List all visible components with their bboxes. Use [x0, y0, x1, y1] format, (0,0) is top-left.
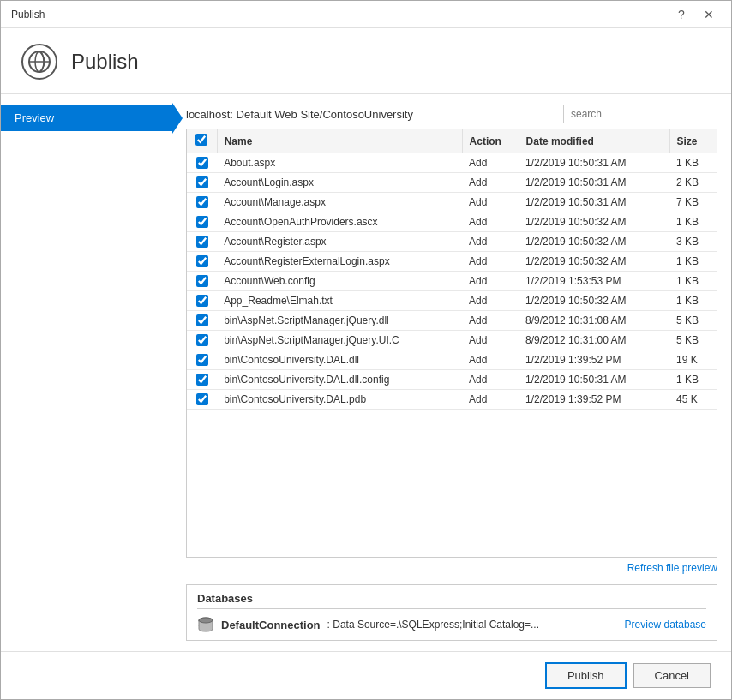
- table-row: Account\OpenAuthProviders.ascx Add 1/2/2…: [187, 212, 717, 232]
- row-size: 7 KB: [669, 193, 717, 212]
- row-checkbox-cell: [187, 331, 217, 350]
- publish-button[interactable]: Publish: [545, 662, 627, 689]
- sidebar: Preview: [1, 94, 172, 651]
- row-checkbox[interactable]: [196, 196, 208, 208]
- row-size: 3 KB: [669, 232, 717, 252]
- row-name: Account\OpenAuthProviders.ascx: [217, 212, 462, 232]
- row-checkbox[interactable]: [196, 354, 208, 366]
- row-action: Add: [462, 350, 519, 370]
- row-checkbox[interactable]: [196, 176, 208, 188]
- row-name: About.aspx: [217, 153, 462, 173]
- preview-database-link[interactable]: Preview database: [625, 619, 706, 631]
- table-row: App_Readme\Elmah.txt Add 1/2/2019 10:50:…: [187, 291, 717, 311]
- row-name: bin\ContosoUniversity.DAL.pdb: [217, 390, 462, 410]
- row-checkbox[interactable]: [196, 393, 208, 405]
- row-date: 1/2/2019 10:50:32 AM: [519, 252, 669, 272]
- row-checkbox-cell: [187, 232, 217, 252]
- row-name: bin\AspNet.ScriptManager.jQuery.UI.C: [217, 331, 462, 350]
- databases-section: Databases DefaultConnection : Data Sourc…: [186, 584, 717, 641]
- row-date: 1/2/2019 10:50:32 AM: [519, 291, 669, 311]
- title-bar: Publish ? ✕: [1, 1, 731, 28]
- row-size: 1 KB: [669, 252, 717, 272]
- main-content: localhost: Default Web Site/ContosoUnive…: [172, 94, 731, 651]
- row-name: App_Readme\Elmah.txt: [217, 291, 462, 311]
- row-name: bin\AspNet.ScriptManager.jQuery.dll: [217, 311, 462, 331]
- table-row: bin\AspNet.ScriptManager.jQuery.UI.C Add…: [187, 331, 717, 350]
- select-all-checkbox[interactable]: [195, 134, 207, 146]
- refresh-link-container: Refresh file preview: [186, 558, 717, 577]
- row-date: 1/2/2019 10:50:31 AM: [519, 193, 669, 212]
- databases-title: Databases: [197, 592, 706, 609]
- row-checkbox[interactable]: [196, 314, 208, 326]
- row-action: Add: [462, 331, 519, 350]
- row-name: Account\Login.aspx: [217, 173, 462, 193]
- dialog: Publish ? ✕ Publish Preview: [0, 0, 732, 700]
- row-checkbox[interactable]: [196, 236, 208, 248]
- sidebar-item-preview[interactable]: Preview: [1, 105, 172, 131]
- table-row: bin\ContosoUniversity.DAL.dll Add 1/2/20…: [187, 350, 717, 370]
- footer: Publish Cancel: [1, 651, 731, 699]
- close-button[interactable]: ✕: [697, 5, 721, 24]
- row-size: 1 KB: [669, 272, 717, 291]
- row-action: Add: [462, 153, 519, 173]
- row-checkbox[interactable]: [196, 275, 208, 287]
- col-action: Action: [462, 129, 519, 153]
- row-checkbox-cell: [187, 153, 217, 173]
- title-bar-buttons: ? ✕: [669, 5, 721, 24]
- table-row: About.aspx Add 1/2/2019 10:50:31 AM 1 KB: [187, 153, 717, 173]
- db-connection: : Data Source=.\SQLExpress;Initial Catal…: [327, 619, 539, 631]
- row-checkbox-cell: [187, 193, 217, 212]
- row-name: Account\Manage.aspx: [217, 193, 462, 212]
- table-row: Account\Login.aspx Add 1/2/2019 10:50:31…: [187, 173, 717, 193]
- search-input[interactable]: [563, 105, 717, 123]
- row-checkbox-cell: [187, 311, 217, 331]
- refresh-file-preview-link[interactable]: Refresh file preview: [627, 562, 717, 574]
- row-action: Add: [462, 193, 519, 212]
- file-header: localhost: Default Web Site/ContosoUnive…: [186, 105, 717, 123]
- row-action: Add: [462, 252, 519, 272]
- col-date: Date modified: [519, 129, 669, 153]
- file-section: localhost: Default Web Site/ContosoUnive…: [186, 105, 717, 577]
- svg-point-4: [199, 618, 213, 623]
- row-date: 8/9/2012 10:31:08 AM: [519, 311, 669, 331]
- row-size: 1 KB: [669, 153, 717, 173]
- row-checkbox[interactable]: [196, 157, 208, 169]
- row-checkbox[interactable]: [196, 255, 208, 267]
- row-size: 5 KB: [669, 311, 717, 331]
- cancel-button[interactable]: Cancel: [633, 663, 711, 688]
- help-button[interactable]: ?: [669, 5, 693, 24]
- row-checkbox-cell: [187, 350, 217, 370]
- page-title: Publish: [71, 50, 139, 74]
- row-name: Account\RegisterExternalLogin.aspx: [217, 252, 462, 272]
- table-row: Account\RegisterExternalLogin.aspx Add 1…: [187, 252, 717, 272]
- table-row: Account\Web.config Add 1/2/2019 1:53:53 …: [187, 272, 717, 291]
- db-name: DefaultConnection: [221, 619, 321, 631]
- publish-icon: [21, 44, 57, 80]
- file-table-body: About.aspx Add 1/2/2019 10:50:31 AM 1 KB…: [187, 153, 717, 410]
- row-checkbox-cell: [187, 272, 217, 291]
- row-name: bin\ContosoUniversity.DAL.dll: [217, 350, 462, 370]
- row-action: Add: [462, 311, 519, 331]
- file-table-wrapper: Name Action Date modified Size About.asp…: [186, 129, 717, 558]
- row-checkbox[interactable]: [196, 295, 208, 307]
- row-size: 19 K: [669, 350, 717, 370]
- row-action: Add: [462, 232, 519, 252]
- content: Preview localhost: Default Web Site/Cont…: [1, 94, 731, 651]
- table-row: bin\ContosoUniversity.DAL.dll.config Add…: [187, 370, 717, 390]
- row-name: Account\Web.config: [217, 272, 462, 291]
- row-checkbox-cell: [187, 173, 217, 193]
- row-checkbox[interactable]: [196, 216, 208, 228]
- row-checkbox[interactable]: [196, 334, 208, 346]
- table-row: Account\Register.aspx Add 1/2/2019 10:50…: [187, 232, 717, 252]
- row-size: 45 K: [669, 390, 717, 410]
- row-name: Account\Register.aspx: [217, 232, 462, 252]
- row-date: 1/2/2019 1:39:52 PM: [519, 350, 669, 370]
- table-row: Account\Manage.aspx Add 1/2/2019 10:50:3…: [187, 193, 717, 212]
- row-size: 5 KB: [669, 331, 717, 350]
- row-date: 1/2/2019 10:50:31 AM: [519, 173, 669, 193]
- row-checkbox-cell: [187, 212, 217, 232]
- row-checkbox[interactable]: [196, 374, 208, 386]
- row-size: 1 KB: [669, 212, 717, 232]
- row-action: Add: [462, 370, 519, 390]
- row-date: 1/2/2019 10:50:31 AM: [519, 370, 669, 390]
